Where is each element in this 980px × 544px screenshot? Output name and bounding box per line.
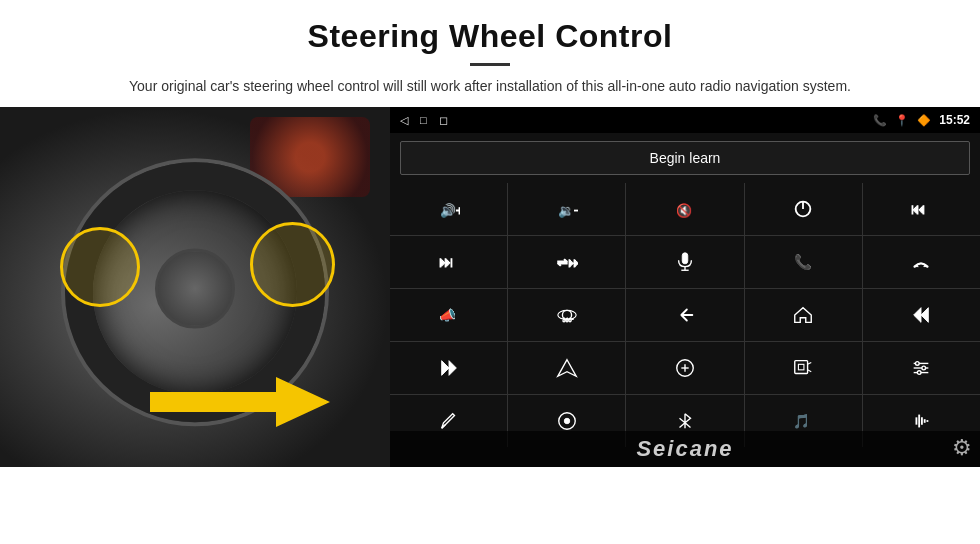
content-area: ◁ □ ◻ 📞 📍 🔶 15:52 Begin learn 🔊+ 🔉− — [0, 107, 980, 467]
svg-marker-19 — [449, 361, 456, 376]
svg-text:⇌⏭: ⇌⏭ — [557, 255, 578, 270]
recent-nav-icon[interactable]: ◻ — [439, 114, 448, 127]
steering-wheel-image — [0, 107, 390, 467]
vol-up-button[interactable]: 🔊+ — [390, 183, 507, 235]
vol-down-button[interactable]: 🔉− — [508, 183, 625, 235]
begin-learn-row: Begin learn — [390, 133, 980, 183]
header-description: Your original car's steering wheel contr… — [115, 76, 865, 97]
svg-marker-16 — [914, 308, 921, 323]
microphone-button[interactable] — [626, 236, 743, 288]
phone-answer-button[interactable]: 📞 — [745, 236, 862, 288]
media-button[interactable] — [745, 342, 862, 394]
svg-point-33 — [918, 371, 922, 375]
svg-text:360°: 360° — [562, 317, 573, 323]
fast-forward-button[interactable] — [390, 342, 507, 394]
horn-button[interactable]: 📣 — [390, 289, 507, 341]
seicane-watermark-bar: Seicane ⚙ — [390, 431, 980, 467]
back-nav-icon[interactable]: ◁ — [400, 114, 408, 127]
svg-marker-18 — [441, 361, 448, 376]
svg-rect-24 — [795, 361, 808, 374]
svg-text:📣: 📣 — [439, 307, 457, 324]
svg-text:🎵: 🎵 — [793, 413, 811, 430]
svg-point-31 — [916, 362, 920, 366]
begin-learn-button[interactable]: Begin learn — [400, 141, 970, 175]
equalizer-button[interactable] — [626, 342, 743, 394]
svg-rect-8 — [682, 253, 688, 264]
svg-rect-25 — [799, 364, 805, 370]
header: Steering Wheel Control Your original car… — [0, 0, 980, 107]
control-grid: 🔊+ 🔉− 🔇 ⏮ ⏭ — [390, 183, 980, 447]
svg-marker-20 — [558, 360, 576, 377]
wifi-status-icon: 🔶 — [917, 114, 931, 127]
svg-text:⏭: ⏭ — [439, 254, 454, 270]
prev-track-button[interactable]: ⏮ — [863, 183, 980, 235]
skip-prev-button[interactable] — [863, 289, 980, 341]
home-button[interactable] — [745, 289, 862, 341]
svg-text:📞: 📞 — [794, 253, 813, 271]
svg-text:🔇: 🔇 — [676, 203, 693, 219]
seicane-logo: Seicane — [636, 436, 733, 462]
left-button-group-circle — [60, 227, 140, 307]
status-bar: ◁ □ ◻ 📞 📍 🔶 15:52 — [390, 107, 980, 133]
time-display: 15:52 — [939, 113, 970, 127]
location-status-icon: 📍 — [895, 114, 909, 127]
svg-marker-17 — [921, 308, 928, 323]
arrow-indicator — [150, 347, 350, 427]
svg-point-36 — [564, 418, 570, 424]
status-right-icons: 📞 📍 🔶 15:52 — [873, 113, 970, 127]
shuffle-button[interactable]: ⇌⏭ — [508, 236, 625, 288]
navigate-button[interactable] — [508, 342, 625, 394]
svg-point-32 — [922, 366, 926, 370]
title-divider — [470, 63, 510, 66]
svg-text:🔊+: 🔊+ — [439, 203, 459, 219]
status-nav-icons: ◁ □ ◻ — [400, 114, 448, 127]
next-track-button[interactable]: ⏭ — [390, 236, 507, 288]
yellow-arrow — [150, 377, 330, 427]
right-button-group-circle — [250, 222, 335, 307]
gear-settings-icon[interactable]: ⚙ — [952, 435, 972, 461]
camera-360-button[interactable]: 360° — [508, 289, 625, 341]
phone-hangup-button[interactable] — [863, 236, 980, 288]
phone-status-icon: 📞 — [873, 114, 887, 127]
mute-button[interactable]: 🔇 — [626, 183, 743, 235]
settings-sliders-button[interactable] — [863, 342, 980, 394]
android-head-unit: ◁ □ ◻ 📞 📍 🔶 15:52 Begin learn 🔊+ 🔉− — [390, 107, 980, 467]
svg-text:🔉−: 🔉− — [558, 203, 578, 219]
page-title: Steering Wheel Control — [20, 18, 960, 55]
svg-text:⏮: ⏮ — [911, 201, 926, 217]
power-button[interactable] — [745, 183, 862, 235]
home-nav-icon[interactable]: □ — [420, 114, 427, 126]
steering-wheel-center — [155, 249, 235, 329]
back-button[interactable] — [626, 289, 743, 341]
